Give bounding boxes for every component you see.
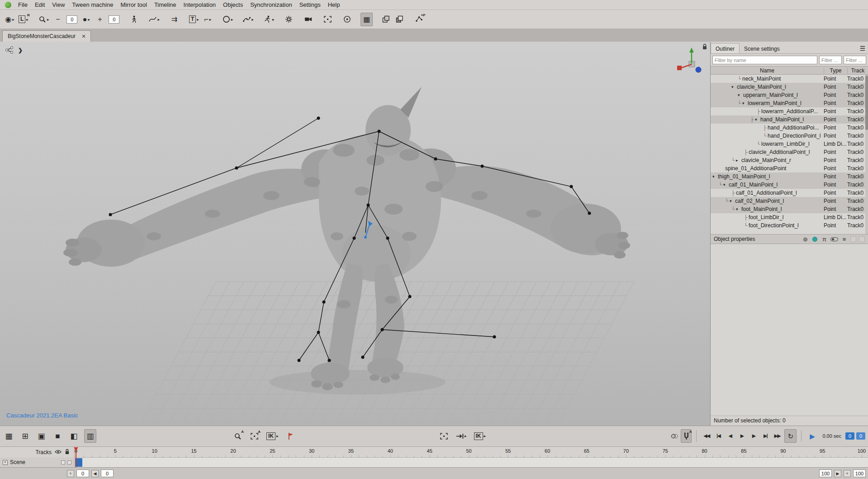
realtime-play-button[interactable]: ▶ xyxy=(806,429,818,443)
tree-row[interactable]: ├clavicle_AdditionalPoint_lPointTrack0 xyxy=(711,148,868,156)
step-interval-button[interactable]: ▸ xyxy=(455,429,468,443)
menu-help[interactable]: Help xyxy=(324,0,344,10)
menu-objects[interactable]: Objects xyxy=(219,0,247,10)
range-end-box[interactable]: 100 xyxy=(853,469,866,477)
prev-keyframe-button[interactable]: |◀ xyxy=(713,429,724,443)
collapse-icon[interactable]: ▾ xyxy=(742,101,748,105)
tracks-visibility-icon[interactable] xyxy=(55,449,62,455)
autoposing-button[interactable]: A xyxy=(681,429,692,443)
zoom-tool-button[interactable]: ▸ xyxy=(37,13,51,26)
tree-row[interactable]: ▾thigh_01_MainPoint_lPointTrack0 xyxy=(711,172,868,181)
rotation-space-button[interactable]: LR▸ xyxy=(17,13,30,26)
multi-arrows-button[interactable]: ⇉ xyxy=(168,13,180,26)
scene-expander-icon[interactable]: + xyxy=(3,460,8,465)
collapse-icon[interactable]: ▾ xyxy=(723,182,729,187)
timeline-ruler-track[interactable]: 0510152025303540455055606570758085909510… xyxy=(75,447,868,457)
select-tool-button[interactable]: ◉▸ xyxy=(4,13,16,26)
loop-button[interactable]: ↻ xyxy=(784,429,797,443)
tree-row[interactable]: ├foot_LimbDir_lLimb Di...Track0 xyxy=(711,213,868,221)
column-header-track[interactable]: Track xyxy=(847,67,868,74)
scene-track-lane[interactable] xyxy=(75,457,868,467)
interval-decrease-button[interactable]: − xyxy=(52,13,64,26)
playhead[interactable] xyxy=(76,448,76,467)
trajectory-tool-button[interactable]: ▸ xyxy=(242,13,255,26)
skeleton-icon[interactable]: ⊚ xyxy=(802,236,809,243)
tab-bigstonemonster[interactable]: BigStoneMonsterCascadeur × xyxy=(2,30,91,42)
flag-button[interactable] xyxy=(285,429,297,443)
tree-row[interactable]: └foot_DirectionPoint_lPointTrack0 xyxy=(711,221,868,230)
scroll-left-button[interactable]: ◀ xyxy=(91,470,99,477)
zoom-in-left-button[interactable]: + xyxy=(67,470,74,477)
column-header-name[interactable]: Name xyxy=(711,67,824,74)
menu-interpolation[interactable]: Interpolation xyxy=(180,0,220,10)
tree-row[interactable]: ├lowerarm_AdditionalP...PointTrack0 xyxy=(711,107,868,115)
paste-pose-button[interactable] xyxy=(394,13,406,26)
tree-row[interactable]: └▾calf_02_MainPoint_lPointTrack0 xyxy=(711,197,868,205)
tree-row[interactable]: ▾clavicle_MainPoint_lPointTrack0 xyxy=(711,83,868,91)
step-value-box[interactable]: 0 xyxy=(107,13,121,26)
ik-fk-secondary-button[interactable]: IK▸ xyxy=(473,429,488,443)
panel-menu-button[interactable]: ☰ xyxy=(857,43,868,53)
viewport[interactable]: ❯ Cascadeur 2021.2EA Basic xyxy=(0,42,710,426)
scroll-right-button[interactable]: ▶ xyxy=(834,470,841,477)
merge-track-button[interactable]: ◧ xyxy=(68,429,80,443)
tree-scrollbar[interactable] xyxy=(865,75,868,234)
menu-settings[interactable]: Settings xyxy=(296,0,324,10)
ik-fk-button[interactable]: IK▸ xyxy=(265,429,280,443)
interval-value-box[interactable]: 0 xyxy=(65,13,79,26)
filter-type-input[interactable] xyxy=(819,56,842,64)
interpolation-ring-button[interactable] xyxy=(341,13,353,26)
play-button[interactable]: ▶ xyxy=(736,429,747,443)
expand-icon[interactable]: ▸ xyxy=(736,158,741,163)
menu-file[interactable]: File xyxy=(14,0,31,10)
collapse-icon[interactable]: ▾ xyxy=(738,93,743,97)
duplicate-track-button[interactable]: ■ xyxy=(52,429,64,443)
range-start-box[interactable]: 0 xyxy=(76,469,89,477)
zoom-in-right-button[interactable]: + xyxy=(844,470,851,477)
tree-row[interactable]: └▾lowerarm_MainPoint_lPointTrack0 xyxy=(711,99,868,107)
view-end-box[interactable]: 100 xyxy=(819,469,832,477)
tracks-lock-icon[interactable] xyxy=(65,449,70,456)
menu-view[interactable]: View xyxy=(48,0,68,10)
viewport-expand-chevron-icon[interactable]: ❯ xyxy=(18,47,23,53)
zoom-auto-button[interactable]: A xyxy=(232,429,244,443)
tween-curve-button[interactable]: ▸ xyxy=(147,13,161,26)
scene-visibility-checkbox[interactable] xyxy=(61,460,65,465)
step-value-box-value[interactable]: 0 xyxy=(109,15,119,24)
tree-row[interactable]: spine_01_AdditionalPointPointTrack0 xyxy=(711,164,868,172)
prev-frame-button[interactable]: ◀ xyxy=(725,429,735,443)
collapse-icon[interactable]: ▾ xyxy=(712,174,718,179)
toggle-icon[interactable] xyxy=(830,236,838,243)
viewport-canvas[interactable] xyxy=(0,42,710,426)
interval-increase-button[interactable]: + xyxy=(94,13,106,26)
view-start-box[interactable]: 0 xyxy=(101,469,114,477)
camera-lock-icon[interactable] xyxy=(702,43,707,51)
collapse-icon[interactable]: ▾ xyxy=(755,117,760,122)
keyframe-record-button[interactable]: ●▸ xyxy=(80,13,92,26)
tree-row[interactable]: ├▾hand_MainPoint_lPointTrack0 xyxy=(711,115,868,124)
run-mode-button[interactable]: ▸ xyxy=(262,13,276,26)
list-icon[interactable]: ≡ xyxy=(841,236,848,243)
jump-end-button[interactable]: ▶▶ xyxy=(772,429,783,443)
filter-track-input[interactable] xyxy=(844,56,866,64)
collapse-icon[interactable]: ▾ xyxy=(730,199,735,203)
interval-value-box-value[interactable]: 0 xyxy=(66,15,77,24)
tree-row[interactable]: └▾foot_MainPoint_lPointTrack0 xyxy=(711,205,868,213)
physics-settings-button[interactable] xyxy=(283,13,295,26)
frame-view-button[interactable] xyxy=(322,13,334,26)
tree-row[interactable]: └lowerarm_LimbDir_lLimb Di...Track0 xyxy=(711,140,868,148)
tree-row[interactable]: └neck_MainPointPointTrack0 xyxy=(711,75,868,83)
tab-close-icon[interactable]: × xyxy=(82,33,85,39)
tree-row[interactable]: ├calf_01_AdditionalPoint_lPointTrack0 xyxy=(711,189,868,197)
transform-tool-button[interactable]: T▸ xyxy=(188,13,200,26)
tab-scene-settings[interactable]: Scene settings xyxy=(740,43,784,53)
jump-start-button[interactable]: ◀◀ xyxy=(701,429,712,443)
tree-row[interactable]: └hand_DirectionPoint_lPointTrack0 xyxy=(711,132,868,140)
tree-row[interactable]: ▾upperarm_MainPoint_lPointTrack0 xyxy=(711,91,868,99)
menu-synchronization[interactable]: Synchronization xyxy=(247,0,296,10)
column-header-type[interactable]: Type xyxy=(824,67,847,74)
pi-icon[interactable]: π xyxy=(821,236,828,243)
corner-tool-button[interactable]: ⌐▸ xyxy=(202,13,214,26)
collapse-icon[interactable]: ▾ xyxy=(736,207,741,211)
menu-edit[interactable]: Edit xyxy=(31,0,48,10)
